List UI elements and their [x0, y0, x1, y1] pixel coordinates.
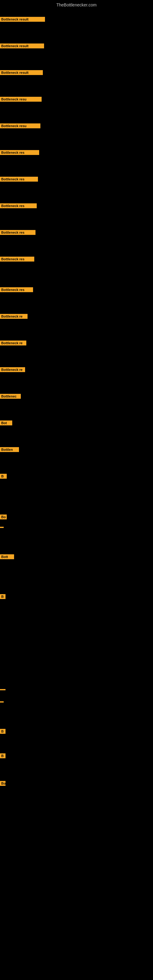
bottleneck-badge: Bottleneck res [0, 287, 33, 292]
bottleneck-badge [0, 689, 5, 690]
bottleneck-badge: Bottleneck resu [0, 123, 40, 128]
site-title: TheBottlenecker.com [0, 0, 153, 9]
bottleneck-badge: Bottleneck res [0, 150, 39, 155]
bottleneck-badge: Bottleneck result [0, 43, 44, 48]
bottleneck-badge: Bottleneck res [0, 177, 38, 181]
bottleneck-badge: Bottleneck re [0, 340, 26, 345]
bottleneck-badge: B [0, 729, 5, 734]
bottleneck-badge: Bottleneck re [0, 314, 27, 319]
bottleneck-badge: Bot [0, 420, 12, 425]
bottleneck-badge: Bottleneck result [0, 17, 45, 22]
bottleneck-badge: Bottlen [0, 447, 19, 452]
bottleneck-badge: Bottleneck re [0, 367, 25, 372]
bottleneck-badge: Bott [0, 554, 14, 559]
bottleneck-badge: Bottleneck result [0, 70, 43, 75]
bottleneck-badge: Bo [0, 514, 7, 519]
bottleneck-badge: Bottleneck resu [0, 97, 41, 102]
bottleneck-badge: B [0, 594, 5, 599]
bottleneck-badge: B [0, 474, 7, 479]
bottleneck-badge: Bo [0, 781, 5, 786]
bottleneck-badge: Bottleneck res [0, 230, 35, 235]
bottleneck-badge [0, 701, 4, 703]
bottleneck-badge: Bottleneck res [0, 257, 34, 261]
bottleneck-badge: Bottleneck res [0, 204, 37, 208]
bottleneck-badge: Bottlenec [0, 394, 21, 399]
bottleneck-badge: B [0, 753, 5, 758]
bottleneck-badge [0, 527, 4, 528]
